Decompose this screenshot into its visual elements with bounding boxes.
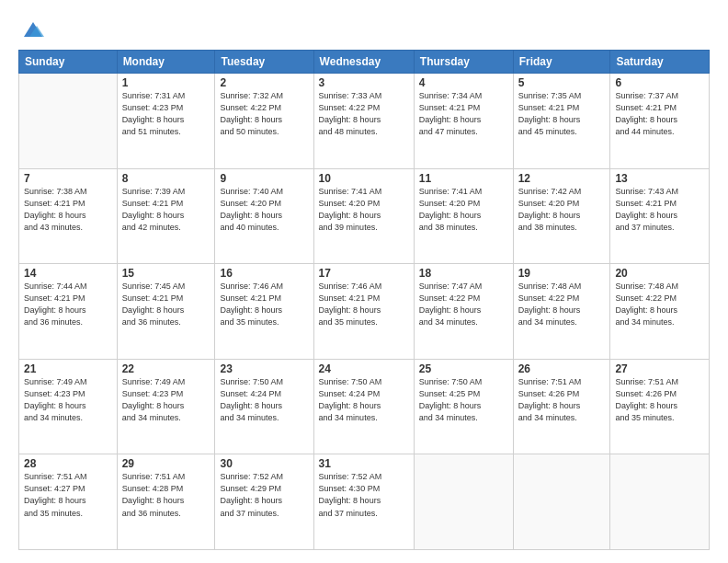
calendar-day-cell: 2Sunrise: 7:32 AMSunset: 4:22 PMDaylight… [215,74,313,169]
day-info: Sunrise: 7:32 AMSunset: 4:22 PMDaylight:… [220,90,308,138]
calendar-day-cell: 15Sunrise: 7:45 AMSunset: 4:21 PMDayligh… [117,264,215,360]
day-number: 4 [419,76,508,89]
page: SundayMondayTuesdayWednesdayThursdayFrid… [0,0,728,563]
day-number: 11 [419,172,508,185]
day-info: Sunrise: 7:40 AMSunset: 4:20 PMDaylight:… [220,186,308,234]
day-number: 17 [319,267,409,280]
day-info: Sunrise: 7:38 AMSunset: 4:21 PMDaylight:… [24,186,112,234]
day-info: Sunrise: 7:42 AMSunset: 4:20 PMDaylight:… [518,186,606,234]
day-info: Sunrise: 7:45 AMSunset: 4:21 PMDaylight:… [122,281,210,328]
day-info: Sunrise: 7:48 AMSunset: 4:22 PMDaylight:… [518,281,606,328]
calendar-day-cell [19,74,118,169]
calendar-day-cell: 3Sunrise: 7:33 AMSunset: 4:22 PMDaylight… [313,74,414,169]
calendar-day-cell: 26Sunrise: 7:51 AMSunset: 4:26 PMDayligh… [513,359,610,454]
day-info: Sunrise: 7:47 AMSunset: 4:22 PMDaylight:… [419,281,508,328]
day-info: Sunrise: 7:52 AMSunset: 4:29 PMDaylight:… [220,471,308,519]
day-number: 3 [319,76,409,89]
calendar-day-cell: 21Sunrise: 7:49 AMSunset: 4:23 PMDayligh… [19,359,118,454]
day-number: 1 [122,76,210,89]
calendar-day-cell: 24Sunrise: 7:50 AMSunset: 4:24 PMDayligh… [313,359,414,454]
day-number: 21 [24,362,112,375]
day-number: 20 [615,267,704,280]
day-info: Sunrise: 7:48 AMSunset: 4:22 PMDaylight:… [615,281,704,328]
calendar-header-row: SundayMondayTuesdayWednesdayThursdayFrid… [19,51,710,74]
day-number: 12 [518,172,606,185]
calendar-week-row: 7Sunrise: 7:38 AMSunset: 4:21 PMDaylight… [19,168,710,264]
day-number: 7 [24,172,112,185]
calendar-day-cell: 1Sunrise: 7:31 AMSunset: 4:23 PMDaylight… [117,74,215,169]
weekday-header: Sunday [19,51,118,74]
day-info: Sunrise: 7:51 AMSunset: 4:27 PMDaylight:… [24,471,112,519]
calendar-week-row: 14Sunrise: 7:44 AMSunset: 4:21 PMDayligh… [19,264,710,360]
calendar-table: SundayMondayTuesdayWednesdayThursdayFrid… [18,50,710,550]
day-info: Sunrise: 7:52 AMSunset: 4:30 PMDaylight:… [319,471,409,519]
day-info: Sunrise: 7:43 AMSunset: 4:21 PMDaylight:… [615,186,704,234]
day-info: Sunrise: 7:37 AMSunset: 4:21 PMDaylight:… [615,90,704,138]
day-number: 25 [419,362,508,375]
day-info: Sunrise: 7:33 AMSunset: 4:22 PMDaylight:… [319,90,409,138]
weekday-header: Friday [513,51,610,74]
day-info: Sunrise: 7:34 AMSunset: 4:21 PMDaylight:… [419,90,508,138]
calendar-day-cell: 9Sunrise: 7:40 AMSunset: 4:20 PMDaylight… [215,168,313,264]
calendar-day-cell: 8Sunrise: 7:39 AMSunset: 4:21 PMDaylight… [117,168,215,264]
day-info: Sunrise: 7:46 AMSunset: 4:21 PMDaylight:… [220,281,308,328]
calendar-day-cell: 12Sunrise: 7:42 AMSunset: 4:20 PMDayligh… [513,168,610,264]
day-number: 19 [518,267,606,280]
day-number: 2 [220,76,308,89]
day-number: 26 [518,362,606,375]
calendar-day-cell: 17Sunrise: 7:46 AMSunset: 4:21 PMDayligh… [313,264,414,360]
calendar-day-cell: 4Sunrise: 7:34 AMSunset: 4:21 PMDaylight… [414,74,513,169]
calendar-day-cell: 27Sunrise: 7:51 AMSunset: 4:26 PMDayligh… [610,359,710,454]
weekday-header: Saturday [610,51,710,74]
calendar-week-row: 21Sunrise: 7:49 AMSunset: 4:23 PMDayligh… [19,359,710,454]
calendar-day-cell: 10Sunrise: 7:41 AMSunset: 4:20 PMDayligh… [313,168,414,264]
calendar-day-cell: 30Sunrise: 7:52 AMSunset: 4:29 PMDayligh… [215,454,313,550]
calendar-week-row: 1Sunrise: 7:31 AMSunset: 4:23 PMDaylight… [19,74,710,169]
day-number: 22 [122,362,210,375]
day-number: 30 [220,457,308,470]
day-info: Sunrise: 7:44 AMSunset: 4:21 PMDaylight:… [24,281,112,328]
calendar-day-cell: 13Sunrise: 7:43 AMSunset: 4:21 PMDayligh… [610,168,710,264]
weekday-header: Thursday [414,51,513,74]
day-info: Sunrise: 7:50 AMSunset: 4:25 PMDaylight:… [419,376,508,424]
top-section [18,17,710,42]
calendar-day-cell: 7Sunrise: 7:38 AMSunset: 4:21 PMDaylight… [19,168,118,264]
day-number: 16 [220,267,308,280]
calendar-week-row: 28Sunrise: 7:51 AMSunset: 4:27 PMDayligh… [19,454,710,550]
day-number: 28 [24,457,112,470]
calendar-day-cell: 5Sunrise: 7:35 AMSunset: 4:21 PMDaylight… [513,74,610,169]
calendar-day-cell: 29Sunrise: 7:51 AMSunset: 4:28 PMDayligh… [117,454,215,550]
day-info: Sunrise: 7:49 AMSunset: 4:23 PMDaylight:… [122,376,210,424]
calendar-day-cell: 20Sunrise: 7:48 AMSunset: 4:22 PMDayligh… [610,264,710,360]
day-number: 6 [615,76,704,89]
calendar-day-cell: 14Sunrise: 7:44 AMSunset: 4:21 PMDayligh… [19,264,118,360]
weekday-header: Wednesday [313,51,414,74]
day-number: 15 [122,267,210,280]
calendar-day-cell: 22Sunrise: 7:49 AMSunset: 4:23 PMDayligh… [117,359,215,454]
day-number: 31 [319,457,409,470]
day-number: 29 [122,457,210,470]
weekday-header: Tuesday [215,51,313,74]
calendar-day-cell: 31Sunrise: 7:52 AMSunset: 4:30 PMDayligh… [313,454,414,550]
day-info: Sunrise: 7:41 AMSunset: 4:20 PMDaylight:… [319,186,409,234]
day-info: Sunrise: 7:31 AMSunset: 4:23 PMDaylight:… [122,90,210,138]
day-number: 10 [319,172,409,185]
day-info: Sunrise: 7:50 AMSunset: 4:24 PMDaylight:… [319,376,409,424]
day-number: 13 [615,172,704,185]
calendar-day-cell: 25Sunrise: 7:50 AMSunset: 4:25 PMDayligh… [414,359,513,454]
day-info: Sunrise: 7:50 AMSunset: 4:24 PMDaylight:… [220,376,308,424]
calendar-day-cell: 16Sunrise: 7:46 AMSunset: 4:21 PMDayligh… [215,264,313,360]
calendar-day-cell: 19Sunrise: 7:48 AMSunset: 4:22 PMDayligh… [513,264,610,360]
day-info: Sunrise: 7:35 AMSunset: 4:21 PMDaylight:… [518,90,606,138]
day-info: Sunrise: 7:39 AMSunset: 4:21 PMDaylight:… [122,186,210,234]
calendar-day-cell: 6Sunrise: 7:37 AMSunset: 4:21 PMDaylight… [610,74,710,169]
day-number: 5 [518,76,606,89]
day-info: Sunrise: 7:49 AMSunset: 4:23 PMDaylight:… [24,376,112,424]
day-number: 24 [319,362,409,375]
day-number: 27 [615,362,704,375]
calendar-day-cell [414,454,513,550]
day-info: Sunrise: 7:51 AMSunset: 4:28 PMDaylight:… [122,471,210,519]
day-number: 9 [220,172,308,185]
calendar-day-cell: 11Sunrise: 7:41 AMSunset: 4:20 PMDayligh… [414,168,513,264]
calendar-day-cell: 28Sunrise: 7:51 AMSunset: 4:27 PMDayligh… [19,454,118,550]
